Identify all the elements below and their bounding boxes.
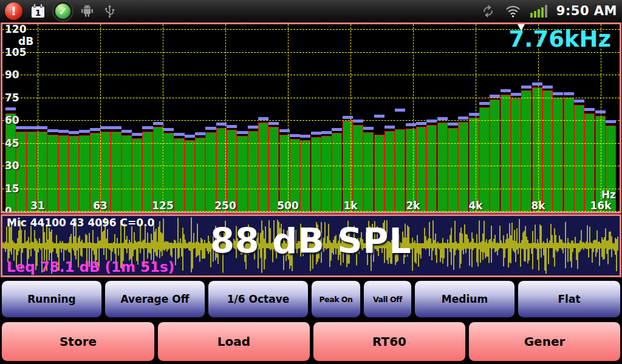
x-tick-label: 16k (587, 200, 614, 211)
peak-hold-cap (490, 95, 500, 98)
peak-hold-cap (311, 132, 321, 135)
peak-hold-cap (27, 126, 37, 129)
spectrum-bar (426, 125, 437, 212)
wifi-icon (505, 4, 521, 19)
spectrum-bar (448, 128, 458, 212)
peak-hold-cap (195, 132, 205, 135)
x-tick-label: 63 (87, 200, 114, 211)
spectrum-bar (490, 99, 500, 212)
vall-off-button[interactable]: Vall Off (363, 280, 412, 318)
signal-bar (530, 13, 533, 18)
frequency-cursor-marker[interactable] (518, 24, 525, 31)
peak-hold-cap (532, 83, 542, 86)
peak-hold-cap (363, 127, 374, 130)
x-tick-label: 31 (24, 200, 51, 211)
peak-hold-cap (542, 86, 553, 89)
x-gridline (601, 24, 601, 212)
peak-hold-cap (47, 129, 58, 132)
spectrum-bar (69, 136, 79, 212)
medium-button[interactable]: Medium (414, 280, 515, 318)
flat-button[interactable]: Flat (518, 280, 621, 318)
android-icon (79, 3, 95, 19)
x-gridline (225, 24, 226, 212)
waveform-panel[interactable]: Mic 44100 43 4096 C=0.0 88 dB SPL Leq 78… (1, 214, 621, 277)
spectrum-bar (395, 129, 405, 212)
peak-hold-cap (37, 126, 47, 129)
spectrum-bar (479, 107, 490, 212)
usb-icon (102, 3, 117, 19)
alert-notification-icon: ! (5, 2, 22, 20)
x-tick-label: 4k (462, 200, 489, 211)
signal-bar (538, 9, 540, 18)
y-tick-label: 105 (5, 47, 27, 58)
peak-hold-cap (574, 99, 584, 103)
x-gridline (288, 24, 289, 212)
x-tick-label: 500 (275, 200, 301, 211)
spectrum-bar (564, 98, 574, 212)
peak-hold-cap (353, 120, 363, 123)
peak-hold-cap (248, 126, 258, 129)
average-off-button[interactable]: Average Off (104, 280, 205, 318)
peak-hold-cap (595, 110, 606, 113)
peak-hold-cap (163, 128, 174, 131)
y-gridline (2, 166, 620, 166)
peak-hold-cap (142, 126, 152, 129)
y-axis-unit-label: dB (18, 36, 33, 47)
peak-hold-cap (332, 128, 342, 131)
y-gridline (2, 120, 620, 121)
spectrum-bar (58, 135, 69, 212)
rt60-button[interactable]: RT60 (313, 322, 466, 362)
spectrum-bar (300, 140, 310, 212)
x-tick-label: 1k (337, 200, 364, 211)
spectrum-bar (584, 113, 595, 212)
peak-hold-cap (521, 86, 531, 89)
y-gridline (2, 98, 620, 98)
y-gridline (2, 143, 620, 144)
control-button-row: RunningAverage Off1/6 OctavePeak OnVall … (0, 280, 622, 318)
peak-hold-cap (237, 131, 247, 134)
spectrum-bar (553, 98, 563, 212)
gener-button[interactable]: Gener (468, 322, 621, 362)
spectrum-bar (469, 118, 479, 212)
spectrum-bar (343, 121, 353, 212)
peak-hold-cap (227, 125, 237, 128)
status-bar: ! 1 ✓ (0, 0, 622, 22)
x-tick-label: 125 (149, 200, 176, 211)
y-tick-label: 30 (5, 160, 19, 171)
spectrum-plot[interactable]: 1201059075604530150dB31631252505001k2k4k… (2, 24, 620, 212)
peak-hold-cap (79, 130, 89, 133)
peak-hold-cap (469, 113, 479, 116)
running-button[interactable]: Running (1, 280, 102, 318)
peak-hold-cap (16, 126, 26, 129)
spectrum-bar (311, 137, 321, 212)
clock: 9:50 AM (556, 4, 617, 18)
peak-on-button[interactable]: Peak On (311, 280, 361, 318)
signal-bar (541, 7, 544, 18)
peak-hold-cap (290, 134, 300, 137)
peak-hold-cap (416, 122, 426, 125)
x-gridline (538, 24, 539, 212)
peak-hold-cap (458, 116, 468, 120)
spectrum-bar (542, 90, 553, 212)
peak-hold-cap (111, 126, 121, 129)
store-button[interactable]: Store (1, 322, 155, 362)
load-button[interactable]: Load (157, 322, 310, 362)
peak-hold-cap (606, 120, 616, 123)
peak-hold-cap (279, 129, 290, 132)
x-gridline (163, 24, 163, 212)
peak-hold-cap (5, 107, 16, 110)
peak-hold-cap (564, 92, 574, 95)
system-status-icons: 9:50 AM (480, 4, 617, 19)
check-notification-icon: ✓ (53, 2, 72, 21)
x-tick-label: 2k (400, 200, 426, 211)
x-axis-unit-label: Hz (601, 189, 616, 200)
1-6-octave-button[interactable]: 1/6 Octave (208, 280, 309, 318)
spectrum-analyzer-panel: 1201059075604530150dB31631252505001k2k4k… (1, 22, 621, 214)
spectrum-bar (511, 98, 521, 212)
signal-bar (534, 11, 536, 18)
leq-readout: Leq 78.1 dB (1m 51s) (7, 259, 174, 275)
peak-hold-cap (121, 130, 132, 133)
peak-hold-cap (174, 133, 184, 136)
peak-hold-cap (300, 135, 310, 138)
spectrum-bar (121, 135, 132, 212)
